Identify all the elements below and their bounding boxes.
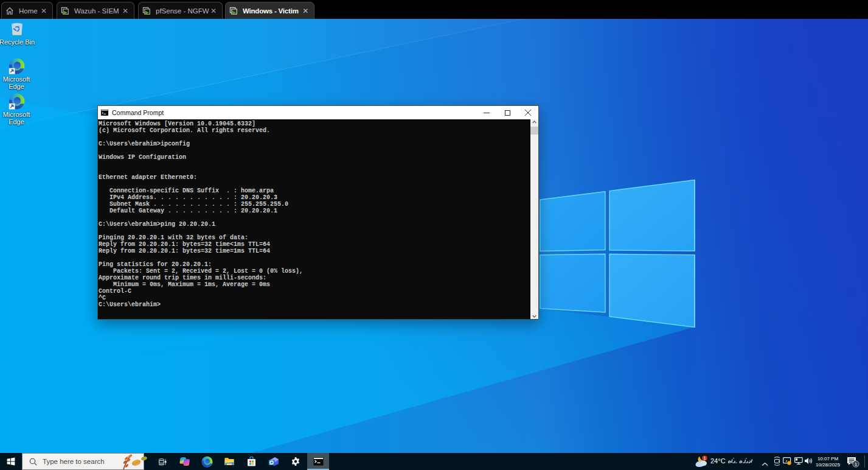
svg-text:1: 1 xyxy=(855,461,858,467)
svg-text:1: 1 xyxy=(704,456,706,460)
